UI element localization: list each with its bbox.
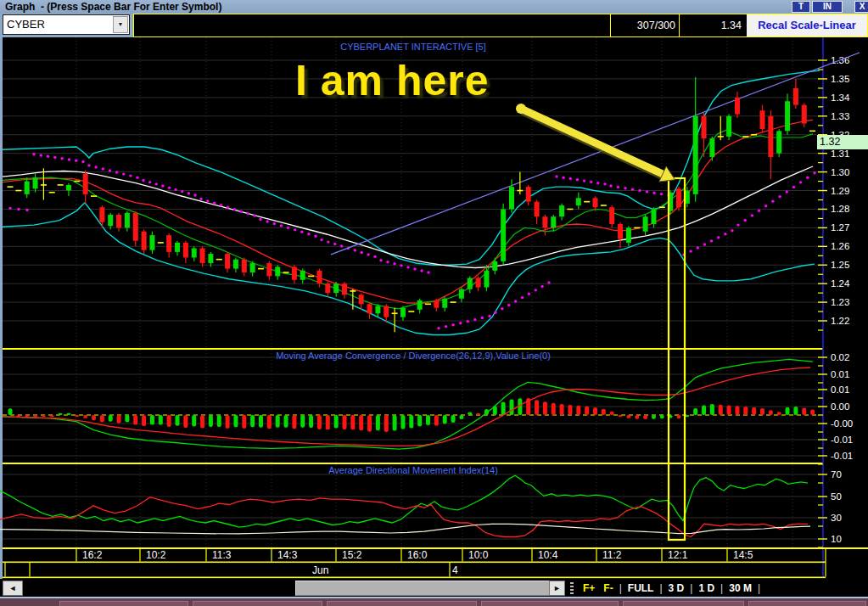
macd-histogram-bar	[443, 415, 447, 424]
adx-panel-title: Average Directional Movement Index(14)	[212, 465, 614, 475]
doji-marker	[308, 276, 314, 278]
status-segment	[59, 601, 188, 606]
timeframe-button-full[interactable]: FULL	[628, 582, 654, 594]
psar-dot	[213, 202, 216, 205]
macd-histogram-bar	[117, 415, 121, 424]
candle-body	[484, 271, 489, 288]
candle-body	[702, 116, 707, 138]
scroll-right-icon[interactable]: ►	[549, 581, 565, 596]
indicator-tick-label: 50	[831, 491, 842, 502]
macd-histogram-bar	[75, 415, 79, 417]
macd-histogram-bar	[560, 404, 564, 415]
doji-marker	[567, 209, 573, 210]
candle-body	[359, 295, 364, 304]
psar-dot	[393, 262, 395, 265]
recal-scale-button[interactable]: Recal Scale-Linear	[747, 14, 867, 36]
titlebar-t-button[interactable]: T	[792, 1, 810, 13]
title-bar: Graph - (Press Space Bar For Enter Symbo…	[0, 0, 868, 14]
psar-dot	[367, 253, 369, 255]
macd-histogram-bar	[593, 407, 597, 415]
doji-marker	[408, 311, 414, 312]
macd-histogram-bar	[300, 415, 305, 428]
macd-histogram-bar	[693, 408, 697, 415]
psar-dot	[129, 174, 132, 177]
timeframe-button-f-[interactable]: F-	[603, 582, 613, 594]
candle-body	[367, 304, 372, 313]
doji-marker	[350, 290, 356, 292]
price-tick-label: 1.23	[831, 297, 849, 307]
candle-body	[434, 300, 439, 308]
time-tick-label: 10:4	[538, 549, 568, 561]
psar-dot	[60, 157, 63, 160]
time-tick-label: 14:5	[733, 549, 764, 561]
timeframe-button-30m[interactable]: 30 M	[729, 582, 752, 594]
psar-dot	[122, 172, 125, 175]
candle-body	[99, 207, 104, 222]
macd-histogram-bar	[459, 415, 463, 419]
timeframe-button-1d[interactable]: 1 D	[698, 582, 714, 594]
psar-dot	[562, 177, 564, 179]
symbol-combobox[interactable]: CYBER ▼	[3, 14, 130, 35]
timeframe-button-bar: F+F-|FULL|3 D|1 D|30 M|	[567, 579, 868, 597]
grip-handle-icon[interactable]	[570, 582, 574, 594]
psar-dot	[703, 243, 706, 245]
psar-dot	[148, 181, 151, 183]
macd-histogram-bar	[209, 415, 213, 427]
candle-body	[142, 232, 147, 250]
psar-dot	[758, 210, 760, 212]
macd-histogram-bar	[760, 408, 764, 415]
doji-marker	[74, 181, 80, 182]
psar-dot	[8, 207, 11, 210]
psar-dot	[451, 323, 454, 326]
scrollbar-thumb[interactable]	[295, 581, 550, 596]
macd-histogram-bar	[176, 415, 180, 426]
psar-dot	[786, 190, 788, 193]
candle-body	[250, 263, 255, 272]
candle-body	[626, 227, 631, 243]
psar-dot	[652, 192, 655, 194]
time-tick-label: 10:0	[468, 549, 499, 561]
macd-histogram-bar	[8, 408, 13, 415]
psar-dot	[340, 244, 343, 247]
psar-dot	[638, 189, 641, 192]
psar-dot	[174, 188, 176, 191]
timeframe-button-f+[interactable]: F+	[583, 582, 595, 594]
time-tick-label: 10:2	[146, 549, 176, 561]
psar-dot	[115, 171, 118, 173]
macd-histogram-bar	[376, 415, 380, 430]
titlebar-in-button[interactable]: IN	[812, 1, 843, 13]
macd-histogram-bar	[543, 401, 547, 415]
candle-body	[535, 202, 540, 217]
psar-dot	[233, 208, 236, 210]
close-icon[interactable]: X	[854, 1, 868, 13]
psar-dot	[188, 192, 190, 194]
psar-dot	[494, 311, 496, 313]
macd-histogram-bar	[409, 415, 413, 428]
indicator-tick-label: 30	[831, 513, 842, 523]
macd-histogram-bar	[702, 405, 706, 415]
scroll-left-icon[interactable]: ◄	[3, 581, 23, 596]
candle-body	[316, 271, 322, 283]
time-tick-label: 16:2	[82, 549, 113, 561]
i-am-here-annotation: I am here	[295, 56, 490, 105]
candle-body	[551, 216, 556, 227]
indicator-tick-label: 0.01	[831, 384, 849, 395]
doji-marker	[718, 136, 724, 137]
psar-dot	[81, 160, 84, 163]
window-title: Graph - (Press Space Bar For Enter Symbo…	[5, 0, 221, 14]
candle-body	[726, 116, 731, 137]
psar-dot	[481, 317, 484, 319]
psar-dot	[75, 160, 77, 162]
macd-histogram-bar	[42, 415, 46, 417]
timeframe-button-3d[interactable]: 3 D	[669, 582, 685, 594]
macd-histogram-bar	[92, 415, 96, 420]
time-axis-border	[3, 577, 826, 579]
psar-dot	[617, 186, 619, 188]
psar-dot	[206, 199, 209, 202]
doji-marker	[15, 190, 21, 192]
chevron-down-icon[interactable]: ▼	[113, 16, 128, 33]
psar-dot	[813, 171, 815, 174]
psar-dot	[314, 235, 316, 238]
macd-histogram-bar	[150, 415, 154, 425]
psar-dot	[246, 212, 249, 215]
